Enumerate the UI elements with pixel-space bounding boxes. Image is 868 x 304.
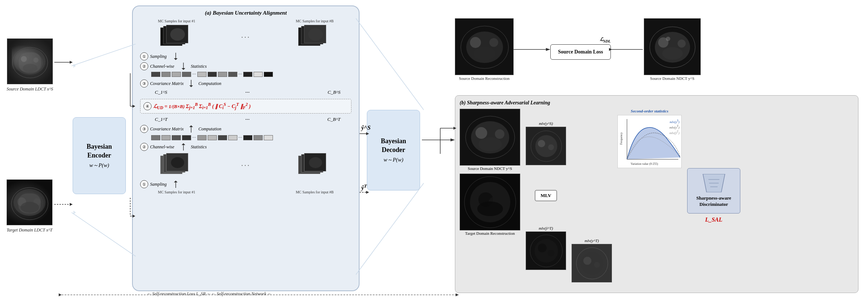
svg-point-41 — [489, 38, 498, 47]
svg-point-8 — [33, 198, 41, 205]
svg-point-69 — [538, 244, 547, 252]
svg-line-94 — [72, 212, 136, 256]
svg-point-2 — [21, 56, 27, 62]
computation-label-bot: Computation — [198, 126, 222, 132]
mlv-box: MLV — [535, 190, 557, 201]
svg-point-9 — [21, 202, 39, 213]
svg-marker-23 — [189, 125, 193, 127]
mc-label-source-b: MC Samples for input #B — [296, 19, 333, 23]
mc-label-source-1: MC Samples for input #1 — [158, 19, 195, 23]
cov-ellipsis-bot: ··· — [245, 116, 249, 123]
step2-circle-bot: ② — [140, 143, 148, 151]
channel-blocks-top: ··· ··· — [151, 71, 355, 77]
mlv-source-image — [526, 127, 566, 165]
sal-source-ndct-label: Source Domain NDCT y^S — [460, 166, 520, 171]
source-recon-block: Source Domain Reconstruction — [455, 18, 514, 81]
formula-text: ℒUD = 1/(B×B) Σj=1B Σi=1B ( ‖ CiS − CjT … — [153, 102, 251, 110]
chart-title: Second-order statistics — [631, 109, 668, 113]
step3-circle-bot: ③ — [140, 125, 148, 133]
svg-marker-44 — [546, 48, 550, 51]
sdl-to-ndct-arrow — [609, 46, 646, 53]
svg-point-56 — [495, 129, 504, 139]
cov-matrix-label-bot: Covariance Matrix — [150, 126, 184, 132]
cov-source-1: C_1^S — [155, 89, 167, 96]
svg-marker-19 — [182, 68, 185, 70]
target-stack-1 — [160, 153, 193, 178]
sampling-label-bot: Sampling — [150, 182, 167, 187]
encoder-fan-lines — [72, 44, 136, 256]
source-stack-1 — [160, 25, 193, 50]
sdl-box: ℒSDL Source Domain Loss — [550, 37, 611, 60]
source-ndct-label-top: Source Domain NDCT y^S — [644, 76, 701, 81]
chart-legend-target: mlv(yT) — [670, 125, 679, 129]
sdl-loss-label: ℒSDL — [550, 37, 611, 43]
svg-point-7 — [17, 197, 26, 206]
mlv-target-image — [572, 244, 612, 282]
target-ct-image — [7, 179, 52, 225]
svg-point-70 — [548, 250, 554, 256]
dots-sep-1: ··· — [241, 33, 251, 42]
formula-box: ④ ℒUD = 1/(B×B) Σj=1B Σi=1B ( ‖ CiS − Cj… — [140, 99, 351, 114]
svg-line-97 — [356, 18, 424, 110]
mc-label-target-1: MC Samples for input #1 — [158, 190, 195, 194]
svg-point-6 — [16, 192, 44, 216]
svg-line-98 — [356, 183, 424, 275]
svg-marker-85 — [456, 293, 459, 296]
recon-to-sdl-arrow — [514, 46, 550, 53]
mlv-source-label: mlv(y^S) — [539, 121, 553, 126]
svg-point-50 — [678, 40, 686, 48]
channel-blocks-bot: ··· ··· — [151, 135, 355, 141]
source-to-encoder-arrow — [54, 59, 73, 66]
step1-circle-bot: ① — [140, 180, 148, 188]
bua-panel: (a) Bayesian Uncertainty Alignment MC Sa… — [132, 5, 360, 291]
chart-legend-source: mlv(yS) — [670, 119, 679, 124]
svg-point-42 — [474, 47, 496, 60]
target-to-encoder-arrow — [54, 201, 73, 208]
sal-source-ndct-block: Source Domain NDCT y^S — [460, 109, 520, 171]
svg-point-15 — [308, 28, 323, 41]
svg-marker-84 — [59, 293, 62, 296]
svg-marker-29 — [174, 181, 178, 182]
cov-target-1: C_1^T — [155, 116, 167, 123]
cov-ellipsis-top: ··· — [245, 89, 249, 96]
sal-title: (b) Sharpness-aware Adversarial Learning — [460, 100, 854, 106]
sampling-label-top: Sampling — [150, 54, 167, 59]
svg-point-62 — [477, 201, 503, 216]
step4-circle: ④ — [143, 102, 152, 110]
decoder-to-sdl-arrow — [422, 73, 459, 154]
target-input-label: Target Domain LDCT x^T — [7, 227, 52, 233]
step3-circle-top: ③ — [140, 79, 148, 88]
svg-point-74 — [594, 262, 600, 268]
step1-circle: ① — [140, 52, 148, 60]
computation-label-top: Computation — [198, 81, 222, 86]
svg-point-1 — [17, 52, 43, 74]
svg-point-73 — [583, 257, 591, 265]
source-input-label: Source Domain LDCT x^S — [7, 86, 53, 92]
channel-wise-label-bot: Channel-wise — [150, 144, 174, 150]
svg-marker-96 — [73, 211, 76, 214]
chart-legend-pred: mlv(ŷT) — [670, 130, 679, 135]
source-stack-b — [298, 25, 331, 50]
svg-marker-46 — [609, 48, 612, 51]
target-stack-b — [298, 153, 331, 178]
svg-point-4 — [23, 64, 37, 73]
sal-target-recon-block: Target Domain Reconstruction — [460, 174, 520, 236]
source-ndct-block: Source Domain NDCT y^S — [644, 18, 701, 81]
source-ct-image — [7, 38, 53, 84]
discriminator-label: Sharpness-aware Discriminator — [692, 195, 736, 208]
svg-point-51 — [662, 47, 683, 60]
cov-source-b: C_B^S — [328, 89, 340, 96]
decoder-fan-lines — [356, 18, 424, 275]
mlv-pred-label: mlv(ŷ^T) — [539, 226, 553, 230]
target-input-block: Target Domain LDCT x^T — [7, 179, 52, 233]
svg-point-65 — [538, 140, 545, 147]
svg-point-52 — [666, 37, 670, 41]
svg-point-64 — [535, 135, 557, 157]
chart-area: Frequency Variation value (0-255) mlv(yS… — [617, 115, 682, 168]
svg-point-27 — [309, 157, 322, 168]
cov-matrix-label-top: Covariance Matrix — [150, 81, 184, 86]
svg-text:Frequency: Frequency — [620, 132, 623, 145]
source-recon-label: Source Domain Reconstruction — [455, 76, 514, 81]
svg-point-72 — [581, 252, 603, 275]
discriminator-box: Sharpness-aware Discriminator — [687, 168, 740, 214]
